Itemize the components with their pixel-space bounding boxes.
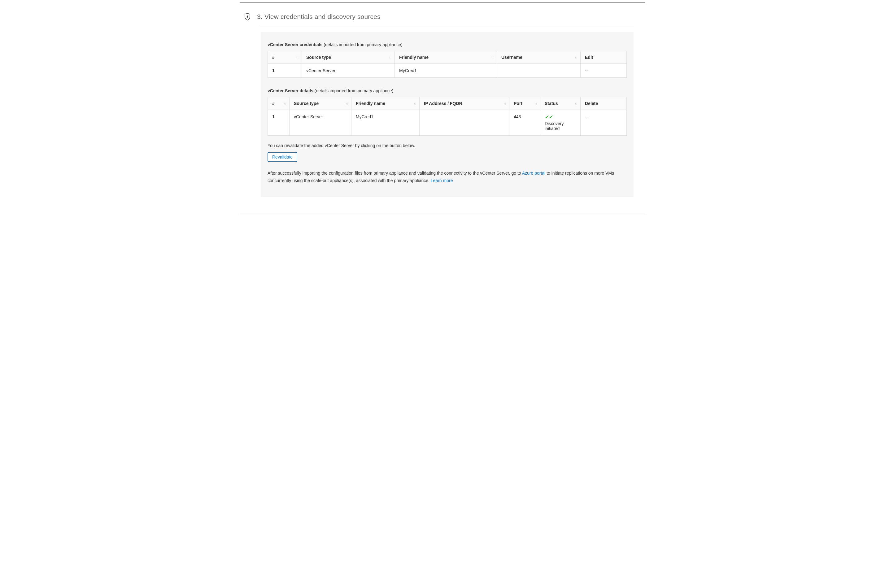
details-label-bold: vCenter Server details (267, 88, 314, 93)
sort-icon: ↑↓ (389, 56, 392, 59)
double-check-icon: ✓✓ (544, 114, 553, 120)
col-header-status[interactable]: Status↑↓ (540, 97, 580, 110)
bottom-divider (240, 214, 645, 214)
table-row: 1 vCenter Server MyCred1 -- (268, 64, 627, 78)
cell-port: 443 (509, 110, 540, 136)
cell-friendly-name: MyCred1 (351, 110, 420, 136)
col-header-ip-fqdn[interactable]: IP Address / FQDN↑↓ (420, 97, 509, 110)
table-row: 1 vCenter Server MyCred1 443 ✓✓ Discover… (268, 110, 627, 136)
cell-edit: -- (580, 64, 627, 78)
col-header-index[interactable]: #↑↓ (268, 51, 302, 64)
sort-icon: ↑↓ (296, 56, 298, 59)
cell-index: 1 (268, 64, 302, 78)
revalidate-note: You can revalidate the added vCenter Ser… (267, 143, 627, 148)
credentials-header-row: #↑↓ Source type↑↓ Friendly name↑↓ Userna… (268, 51, 627, 64)
azure-portal-link[interactable]: Azure portal (522, 171, 545, 176)
col-header-index[interactable]: #↑↓ (268, 97, 290, 110)
sort-icon: ↑↓ (504, 102, 506, 105)
sort-icon: ↑↓ (284, 102, 286, 105)
cell-source-type: vCenter Server (302, 64, 395, 78)
section-header: 3. View credentials and discovery source… (233, 10, 652, 23)
credentials-label-bold: vCenter Server credentials (267, 42, 322, 47)
cell-username (497, 64, 580, 78)
sort-icon: ↑↓ (346, 102, 348, 105)
after-text-pre: After successfully importing the configu… (267, 171, 522, 176)
sort-icon: ↑↓ (534, 102, 537, 105)
cell-index: 1 (268, 110, 290, 136)
svg-rect-1 (247, 16, 248, 18)
details-table: #↑↓ Source type↑↓ Friendly name↑↓ IP Add… (267, 97, 627, 136)
col-header-port[interactable]: Port↑↓ (509, 97, 540, 110)
section-title: 3. View credentials and discovery source… (257, 13, 381, 20)
panel-credentials-sources: vCenter Server credentials (details impo… (261, 32, 633, 197)
cell-status: ✓✓ Discovery initiated (540, 110, 580, 136)
details-label-rest: (details imported from primary appliance… (314, 88, 393, 93)
col-header-username[interactable]: Username↑↓ (497, 51, 580, 64)
sort-icon: ↑↓ (414, 102, 416, 105)
col-header-source-type[interactable]: Source type↑↓ (290, 97, 351, 110)
cell-delete: -- (580, 110, 627, 136)
credentials-table: #↑↓ Source type↑↓ Friendly name↑↓ Userna… (267, 51, 627, 78)
col-header-source-type[interactable]: Source type↑↓ (302, 51, 395, 64)
col-header-friendly-name[interactable]: Friendly name↑↓ (395, 51, 497, 64)
after-text: After successfully importing the configu… (267, 170, 627, 184)
sort-icon: ↑↓ (491, 56, 494, 59)
details-header-row: #↑↓ Source type↑↓ Friendly name↑↓ IP Add… (268, 97, 627, 110)
col-header-delete: Delete (580, 97, 627, 110)
shield-keyhole-icon (244, 13, 251, 21)
revalidate-button[interactable]: Revalidate (267, 152, 297, 162)
col-header-edit: Edit (580, 51, 627, 64)
sort-icon: ↑↓ (575, 102, 577, 105)
cell-source-type: vCenter Server (290, 110, 351, 136)
learn-more-link[interactable]: Learn more (431, 178, 453, 183)
status-text: Discovery initiated (544, 121, 576, 131)
details-label: vCenter Server details (details imported… (267, 88, 627, 93)
sort-icon: ↑↓ (575, 56, 577, 59)
credentials-label-rest: (details imported from primary appliance… (322, 42, 402, 47)
cell-friendly-name: MyCred1 (395, 64, 497, 78)
cell-ip-fqdn (420, 110, 509, 136)
col-header-friendly-name[interactable]: Friendly name↑↓ (351, 97, 420, 110)
credentials-label: vCenter Server credentials (details impo… (267, 42, 627, 47)
